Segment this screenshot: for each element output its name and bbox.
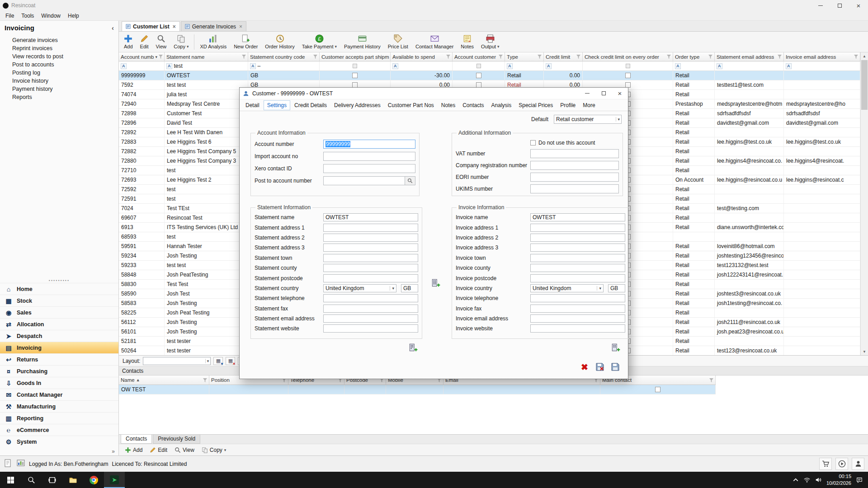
- filter-cell-type[interactable]: A: [505, 61, 544, 70]
- payment-history-button[interactable]: Payment History: [341, 33, 384, 51]
- filter-cell-order-type[interactable]: A: [673, 61, 715, 70]
- table-row[interactable]: 99999999 OWTEST GB -30.00 Retail 0.00 Re…: [119, 71, 860, 80]
- text-input[interactable]: OWTEST▾: [323, 213, 418, 221]
- order-history-button[interactable]: Order History: [262, 33, 297, 51]
- taskbar-search-button[interactable]: [21, 472, 42, 488]
- sidebar-module[interactable]: ➤ Despatch: [0, 330, 118, 342]
- sidebar-item[interactable]: Reprint invoices: [0, 44, 118, 52]
- text-input[interactable]: ▾: [323, 274, 418, 282]
- window-maximize-button[interactable]: [830, 0, 849, 11]
- contact-manager-button[interactable]: Contact Manager: [412, 33, 457, 51]
- status-doc-icon[interactable]: [4, 459, 13, 469]
- footer-tab[interactable]: Previously Sold: [153, 435, 200, 444]
- filter-cell-country[interactable]: A–: [248, 61, 320, 70]
- text-input[interactable]: United Kingdom▾: [323, 284, 396, 292]
- window-minimize-button[interactable]: [811, 0, 830, 11]
- text-input[interactable]: ▾: [530, 274, 625, 282]
- text-input[interactable]: ▾: [530, 294, 625, 302]
- checkbox[interactable]: [655, 387, 660, 392]
- filter-funnel-icon[interactable]: [538, 55, 542, 59]
- layout-select[interactable]: ▾: [143, 357, 211, 365]
- filter-cell-check-credit[interactable]: [583, 61, 673, 70]
- status-report-icon[interactable]: [16, 459, 25, 469]
- add-button[interactable]: Add: [121, 33, 136, 51]
- tab-close-icon[interactable]: ×: [173, 23, 176, 30]
- text-input[interactable]: ▾: [530, 324, 625, 333]
- text-input[interactable]: ▾: [323, 234, 418, 242]
- network-icon[interactable]: [804, 477, 810, 483]
- dialog-tab[interactable]: Credit Details: [291, 101, 330, 110]
- sidebar-item[interactable]: Payment history: [0, 85, 118, 93]
- text-input[interactable]: ▾: [323, 254, 418, 262]
- chevron-down-icon[interactable]: ▾: [390, 286, 394, 291]
- contact-edit-button[interactable]: Edit: [147, 446, 170, 454]
- chrome-button[interactable]: [83, 472, 104, 488]
- filter-mode-icon[interactable]: A: [507, 63, 513, 69]
- default-customer-select[interactable]: Retail customer▾: [554, 115, 622, 124]
- dialog-titlebar[interactable]: Customer - 99999999 - OWTEST ×: [240, 88, 628, 99]
- sidebar-module[interactable]: ⚙ System: [0, 436, 118, 447]
- text-input[interactable]: ▾: [530, 244, 625, 252]
- column-header-country-code[interactable]: Statement country code: [248, 52, 320, 61]
- text-input[interactable]: 99999999▾: [323, 140, 415, 149]
- checkbox[interactable]: [625, 73, 631, 78]
- text-input[interactable]: ▾: [323, 324, 418, 333]
- filter-mode-icon[interactable]: A: [546, 63, 552, 69]
- take-payment-button[interactable]: £ Take Payment▾: [299, 33, 340, 51]
- sidebar-module[interactable]: ▤ Invoicing: [0, 342, 118, 353]
- column-header-statement-name[interactable]: Statement name: [165, 52, 248, 61]
- dialog-maximize-button[interactable]: [595, 88, 612, 99]
- sidebar-module[interactable]: ↩ Returns: [0, 353, 118, 365]
- document-tab[interactable]: Customer List ×: [122, 21, 180, 31]
- filter-cell-part-shipment[interactable]: [320, 61, 391, 70]
- sidebar-module[interactable]: ▥ Reporting: [0, 412, 118, 424]
- resincoat-app-button[interactable]: ➤: [104, 472, 125, 488]
- sidebar-module[interactable]: ℮ eCommerce: [0, 424, 118, 436]
- text-input[interactable]: ▾: [323, 305, 418, 313]
- contact-row[interactable]: OW TEST: [119, 385, 716, 394]
- filter-funnel-icon[interactable]: [709, 378, 713, 382]
- filter-funnel-icon[interactable]: [708, 55, 712, 59]
- task-view-button[interactable]: [42, 472, 62, 488]
- dialog-tab[interactable]: Contacts: [459, 101, 487, 110]
- checkbox[interactable]: [352, 73, 358, 78]
- column-header-account-customer[interactable]: Account customer: [453, 52, 505, 61]
- dialog-tab[interactable]: Customer Part Nos: [385, 101, 437, 110]
- sidebar-module[interactable]: ◉ Sales: [0, 306, 118, 318]
- filter-checkbox-icon[interactable]: [353, 64, 357, 68]
- filter-mode-icon[interactable]: A: [121, 63, 127, 69]
- filter-funnel-icon[interactable]: [159, 55, 163, 59]
- layout-delete-button[interactable]: ▦×: [226, 357, 235, 365]
- country-code-input[interactable]: GB: [401, 284, 418, 292]
- vertical-scrollbar[interactable]: ▲ ▼: [860, 52, 868, 355]
- filter-cell-invoice-email[interactable]: A: [784, 61, 860, 70]
- column-header-account[interactable]: Account numb▾: [119, 52, 165, 61]
- filter-cell-statement-email[interactable]: A: [715, 61, 784, 70]
- sidebar-item[interactable]: View records to post: [0, 52, 118, 61]
- basket-button[interactable]: [819, 458, 832, 470]
- footer-tab[interactable]: Contacts: [121, 435, 152, 444]
- chevron-down-icon[interactable]: ▾: [616, 117, 621, 122]
- column-header-part-shipment[interactable]: Customer accepts part shipm: [320, 52, 391, 61]
- menu-item[interactable]: Tools: [18, 12, 38, 20]
- filter-cell-account-customer[interactable]: [453, 61, 505, 70]
- cancel-button[interactable]: ✖: [579, 362, 590, 372]
- sidebar-item[interactable]: Reports: [0, 93, 118, 101]
- dialog-tab[interactable]: More: [580, 101, 598, 110]
- taskbar-clock[interactable]: 00:15 10/02/2026: [826, 473, 851, 487]
- text-input[interactable]: ▾: [323, 244, 418, 252]
- column-header-credit-limit[interactable]: Credit limit: [544, 52, 583, 61]
- sidebar-module[interactable]: ▦ Stock: [0, 295, 118, 306]
- column-header-invoice-email[interactable]: Invoice email address: [784, 52, 860, 61]
- dialog-tab[interactable]: Special Prices: [515, 101, 556, 110]
- column-header-type[interactable]: Type: [505, 52, 544, 61]
- sidebar-module[interactable]: ⌂ Home: [0, 283, 118, 295]
- layout-save-button[interactable]: ▦▾: [213, 357, 223, 365]
- text-input[interactable]: ▾: [323, 164, 415, 173]
- contact-view-button[interactable]: View: [172, 446, 197, 454]
- sidebar-splitter[interactable]: •••••••••: [0, 278, 118, 283]
- sidebar-item[interactable]: Generate invoices: [0, 36, 118, 44]
- sidebar-expand-icon[interactable]: »: [112, 448, 115, 455]
- dialog-tab[interactable]: Profile: [557, 101, 579, 110]
- column-header-check-credit[interactable]: Check credit limit on every order: [583, 52, 673, 61]
